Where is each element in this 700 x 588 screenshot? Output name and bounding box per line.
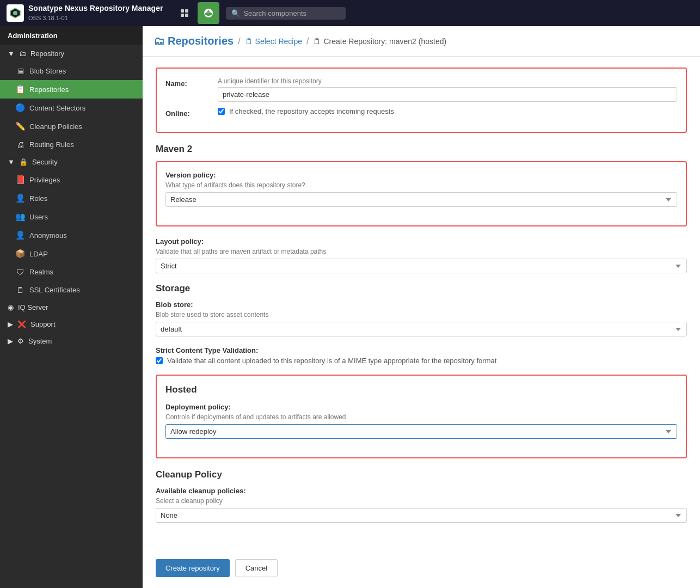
sidebar-item-cleanup-policies[interactable]: ✏️ Cleanup Policies xyxy=(0,117,143,136)
cleanup-policy-section: Available cleanup policies: Select a cle… xyxy=(156,487,687,523)
app-name-text: Sonatype Nexus Repository Manager OSS 3.… xyxy=(28,3,163,22)
breadcrumb-root[interactable]: 🗂 Repositories xyxy=(153,35,234,47)
sidebar-item-routing-rules[interactable]: 🖨 Routing Rules xyxy=(0,136,143,154)
hosted-section: Hosted Deployment policy: Controls if de… xyxy=(156,375,687,458)
system-icon: ⚙ xyxy=(17,337,24,345)
main-content: 🗂 Repositories / 🗒 Select Recipe / 🗒 Cre… xyxy=(143,26,700,588)
breadcrumb: 🗂 Repositories / 🗒 Select Recipe / 🗒 Cre… xyxy=(143,26,700,57)
chevron-down-icon-security: ▼ xyxy=(8,158,15,166)
sidebar-item-realms[interactable]: 🛡 Realms xyxy=(0,263,143,281)
create-repo-icon: 🗒 xyxy=(313,37,321,46)
blob-store-label: Blob store: xyxy=(156,301,687,309)
chevron-down-icon: ▼ xyxy=(8,50,15,58)
layout-policy-select[interactable]: Strict Permissive xyxy=(156,259,687,273)
online-label: Online: xyxy=(165,107,209,118)
recipe-icon: 🗒 xyxy=(245,37,253,46)
layout-policy-section: Layout policy: Validate that all paths a… xyxy=(156,237,687,273)
breadcrumb-step1[interactable]: 🗒 Select Recipe xyxy=(245,37,302,46)
ssl-icon: 🗒 xyxy=(15,285,25,295)
create-repository-button[interactable]: Create repository xyxy=(156,559,230,577)
svg-rect-4 xyxy=(181,14,184,17)
layout-policy-hint: Validate that all paths are maven artifa… xyxy=(156,248,687,255)
chevron-right-icon-system: ▶ xyxy=(8,337,13,345)
sidebar-item-users[interactable]: 👥 Users xyxy=(0,207,143,226)
button-bar: Create repository Cancel xyxy=(143,554,700,588)
sidebar-admin-header: Administration xyxy=(0,26,143,45)
support-icon: ❌ xyxy=(17,320,26,328)
sidebar-group-security[interactable]: ▼ 🔒 Security xyxy=(0,154,143,170)
sidebar-item-content-selectors[interactable]: 🔵 Content Selectors xyxy=(0,99,143,117)
strict-content-checkbox-row: Validate that all content uploaded to th… xyxy=(156,357,687,365)
available-cleanup-label: Available cleanup policies: xyxy=(156,487,687,495)
sidebar-item-anonymous[interactable]: 👤 Anonymous xyxy=(0,226,143,244)
sidebar-item-ldap[interactable]: 📦 LDAP xyxy=(0,244,143,263)
sidebar-group-support[interactable]: ▶ ❌ Support xyxy=(0,316,143,333)
version-policy-section: Version policy: What type of artifacts d… xyxy=(165,171,677,207)
sidebar-item-blob-stores[interactable]: 🖥 Blob Stores xyxy=(0,62,143,80)
breadcrumb-sep-2: / xyxy=(306,36,309,46)
cleanup-policy-select[interactable]: None xyxy=(156,508,687,523)
form-area: Name: A unique identifier for this repos… xyxy=(143,57,700,554)
deployment-policy-label: Deployment policy: xyxy=(165,403,677,411)
repositories-icon: 📋 xyxy=(15,84,25,94)
users-icon: 👥 xyxy=(15,212,25,222)
deployment-policy-hint: Controls if deployments of and updates t… xyxy=(165,413,677,421)
deployment-policy-section: Deployment policy: Controls if deploymen… xyxy=(165,403,677,439)
strict-content-hint: Validate that all content uploaded to th… xyxy=(167,357,496,365)
version-policy-group: Version policy: What type of artifacts d… xyxy=(156,161,687,226)
realms-icon: 🛡 xyxy=(15,267,25,277)
sidebar-group-repository[interactable]: ▼ 🗂 Repository xyxy=(0,45,143,62)
sidebar-group-iq-server[interactable]: ◉ IQ Server xyxy=(0,299,143,316)
routing-rules-icon: 🖨 xyxy=(15,140,25,149)
version-policy-select[interactable]: Release Snapshot Mixed xyxy=(165,192,677,207)
app-logo: Sonatype Nexus Repository Manager OSS 3.… xyxy=(7,3,163,22)
blob-stores-icon: 🖥 xyxy=(15,66,25,76)
version-policy-label: Version policy: xyxy=(165,171,677,179)
online-checkbox[interactable] xyxy=(218,108,225,115)
blob-store-select[interactable]: default xyxy=(156,322,687,336)
svg-point-1 xyxy=(13,11,17,15)
deployment-policy-select[interactable]: Allow redeploy Disable redeploy Read-onl… xyxy=(165,424,677,439)
strict-content-checkbox[interactable] xyxy=(156,357,163,364)
strict-content-label: Strict Content Type Validation: xyxy=(156,346,687,354)
content-selectors-icon: 🔵 xyxy=(15,103,25,113)
blob-store-hint: Blob store used to store asset contents xyxy=(156,311,687,318)
cleanup-hint: Select a cleanup policy xyxy=(156,497,687,505)
name-input[interactable] xyxy=(218,87,677,102)
search-bar[interactable]: 🔍 Search components xyxy=(226,7,346,20)
browse-nav-button[interactable] xyxy=(174,2,195,24)
sidebar-group-system[interactable]: ▶ ⚙ System xyxy=(0,333,143,350)
name-field-row: Name: A unique identifier for this repos… xyxy=(165,77,677,102)
sidebar-item-privileges[interactable]: 📕 Privileges xyxy=(0,170,143,189)
cleanup-policies-icon: ✏️ xyxy=(15,121,25,131)
logo-icon xyxy=(7,4,24,22)
blob-store-section: Blob store: Blob store used to store ass… xyxy=(156,301,687,336)
svg-rect-2 xyxy=(181,9,184,13)
sidebar-item-repositories[interactable]: 📋 Repositories xyxy=(0,80,143,99)
storage-title: Storage xyxy=(156,283,687,294)
strict-content-section: Strict Content Type Validation: Validate… xyxy=(156,346,687,365)
name-label: Name: xyxy=(165,77,209,88)
sidebar-item-ssl-certificates[interactable]: 🗒 SSL Certificates xyxy=(0,281,143,299)
main-layout: Administration ▼ 🗂 Repository 🖥 Blob Sto… xyxy=(0,26,700,588)
anonymous-icon: 👤 xyxy=(15,230,25,240)
security-group-icon: 🔒 xyxy=(19,158,28,166)
folder-icon: 🗂 xyxy=(19,50,26,58)
online-hint: If checked, the repository accepts incom… xyxy=(229,107,394,115)
cleanup-title: Cleanup Policy xyxy=(156,469,687,480)
layout-policy-label: Layout policy: xyxy=(156,237,687,246)
admin-nav-button[interactable] xyxy=(198,2,219,24)
topbar-nav xyxy=(174,2,219,24)
svg-rect-3 xyxy=(185,9,188,13)
sidebar-item-roles[interactable]: 👤 Roles xyxy=(0,189,143,207)
chevron-right-icon-support: ▶ xyxy=(8,320,13,328)
ldap-icon: 📦 xyxy=(15,249,25,259)
name-field-value: A unique identifier for this repository xyxy=(218,77,677,102)
search-icon: 🔍 xyxy=(231,9,240,17)
iq-server-icon: ◉ xyxy=(8,303,14,311)
roles-icon: 👤 xyxy=(15,193,25,203)
name-online-group: Name: A unique identifier for this repos… xyxy=(156,68,687,133)
search-placeholder: Search components xyxy=(243,9,306,17)
online-checkbox-row: If checked, the repository accepts incom… xyxy=(218,107,677,115)
cancel-button[interactable]: Cancel xyxy=(235,559,278,577)
